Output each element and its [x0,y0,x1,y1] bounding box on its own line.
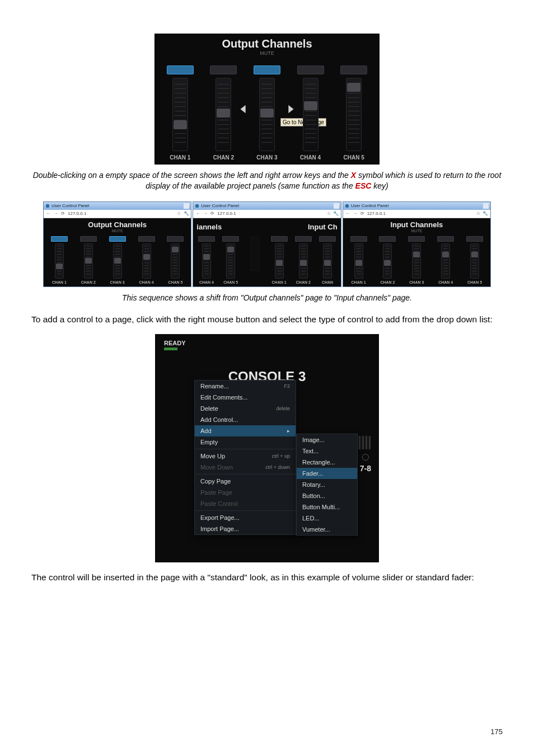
address-bar: ← → ⟳ 127.0.0.1 ☆ 🔧 [44,210,191,218]
rotary-icon [362,454,369,461]
submenu-arrow-icon: ▸ [287,428,290,434]
channel-strip: CHAN 5 [340,65,367,161]
menu-item-add[interactable]: Add▸ [195,425,296,436]
submenu-item-button[interactable]: Button... [297,490,357,501]
tab-title: User Control Panel [201,203,331,208]
fader[interactable] [172,78,188,151]
reload-icon[interactable]: ⟳ [60,211,65,216]
panel-title: Output Channels [155,34,379,50]
star-icon[interactable]: ☆ [476,211,481,216]
submenu-item-image[interactable]: Image... [297,434,357,445]
app-icon [195,204,199,208]
svg-point-1 [195,204,199,208]
forward-icon[interactable]: → [353,211,358,216]
mute-button[interactable] [297,65,324,74]
panel-subtitle: MUTE [343,229,490,233]
mute-button[interactable] [340,65,367,74]
mute-button[interactable] [167,65,194,74]
paragraph-1: To add a control to a page, click with t… [31,313,503,326]
menu-item-paste-page: Paste Page [195,487,296,498]
back-icon[interactable]: ← [46,211,51,216]
fader[interactable] [346,78,362,151]
submenu-item-fader[interactable]: Fader... [297,468,357,479]
reload-icon[interactable]: ⟳ [360,211,365,216]
wrench-icon[interactable]: 🔧 [334,211,339,216]
url-text[interactable]: 127.0.0.1 [217,211,324,216]
fader[interactable] [259,78,275,151]
forward-icon[interactable]: → [53,211,58,216]
menu-item-move-up[interactable]: Move Upctrl + up [195,450,296,462]
channel-strip: CHAN 2 [210,65,237,161]
reload-icon[interactable]: ⟳ [210,211,215,216]
context-menu: Rename...F2 Edit Comments... Deletedelet… [194,380,296,535]
mute-button[interactable] [254,65,280,74]
star-icon[interactable]: ☆ [326,211,331,216]
channel-label: CHAN 5 [344,154,364,161]
context-submenu: Image... Text... Rectangle... Fader... R… [296,434,358,536]
forward-icon[interactable]: → [203,211,208,216]
caption-2: This sequence shows a shift from "Output… [31,293,503,303]
caption-1: Double-clicking on a empty space of the … [31,170,503,191]
menu-item-move-down: Move Downctrl + down [195,462,296,473]
channel-label: CHAN 1 [170,154,190,161]
window-control[interactable] [184,203,189,209]
app-icon [345,204,349,208]
panel-subtitle: MUTE [155,50,379,56]
wrench-icon[interactable]: 🔧 [483,211,488,216]
browser-window: User Control Panel ← → ⟳ 127.0.0.1 ☆ 🔧 O… [43,201,191,287]
svg-point-0 [46,204,49,208]
channel-strip: CHAN 3 [254,65,280,161]
figure-three-windows: User Control Panel ← → ⟳ 127.0.0.1 ☆ 🔧 O… [43,201,491,287]
channel-label: CHAN 3 [256,154,277,161]
menu-item-rename[interactable]: Rename...F2 [195,381,296,392]
channel-badge: 7-8 [360,464,371,473]
window-titlebar: User Control Panel [44,202,191,210]
app-icon [45,204,50,208]
submenu-item-text[interactable]: Text... [297,445,357,457]
panel-title: Output Channels [44,218,191,229]
window-control[interactable] [483,203,489,209]
submenu-item-rotary[interactable]: Rotary... [297,479,357,490]
window-control[interactable] [334,203,339,209]
tab-title: User Control Panel [351,203,481,208]
tab-title: User Control Panel [51,203,182,208]
star-icon[interactable]: ☆ [176,211,181,216]
channel-label: CHAN 4 [300,154,321,161]
menu-item-export-page[interactable]: Export Page... [195,512,296,523]
svg-point-2 [345,204,348,208]
menu-item-import-page[interactable]: Import Page... [195,523,296,534]
panel-title-left: iannels [196,220,222,231]
fader[interactable] [303,78,318,151]
back-icon[interactable]: ← [195,211,200,216]
channel-label: CHAN 2 [213,154,234,161]
panel-title-right: Input Ch [308,220,338,231]
submenu-item-led[interactable]: LED... [297,513,357,524]
url-text[interactable]: 127.0.0.1 [367,211,474,216]
menu-item-delete[interactable]: Deletedelete [195,403,296,414]
submenu-item-vumeter[interactable]: Vumeter... [297,524,357,535]
browser-window: User Control Panel ← → ⟳ 127.0.0.1 ☆ 🔧 I… [343,201,491,287]
panel-subtitle: MUTE [44,229,191,233]
fader[interactable] [216,78,231,151]
menu-item-add-control[interactable]: Add Control... [195,414,296,425]
figure-output-channels: Output Channels MUTE Go to Next Page CHA… [154,34,380,165]
menu-item-paste-control: Paste Control [195,498,296,509]
submenu-item-button-multi[interactable]: Button Multi... [297,501,357,513]
mute-button[interactable] [210,65,237,74]
menu-item-edit-comments[interactable]: Edit Comments... [195,392,296,403]
submenu-item-rectangle[interactable]: Rectangle... [297,457,357,468]
menu-item-empty[interactable]: Empty [195,436,296,448]
back-icon[interactable]: ← [345,211,350,216]
figure-context-menu: READY CONSOLE 3 7-8 Rename...F2 Edit Com… [155,334,379,562]
url-text[interactable]: 127.0.0.1 [68,211,174,216]
channel-strip: CHAN 4 [297,65,324,161]
menu-separator [195,510,296,511]
status-ready: READY [164,340,186,346]
menu-separator [195,449,296,449]
menu-item-copy-page[interactable]: Copy Page [195,476,296,487]
page-number: 175 [490,727,503,736]
wrench-icon[interactable]: 🔧 [184,211,189,216]
status-indicator [164,348,177,350]
window-titlebar: User Control Panel [343,202,490,210]
channel-strip-row: CHAN 1 CHAN 2 CHAN 3 CHAN 4 CHAN 5 [155,65,379,161]
